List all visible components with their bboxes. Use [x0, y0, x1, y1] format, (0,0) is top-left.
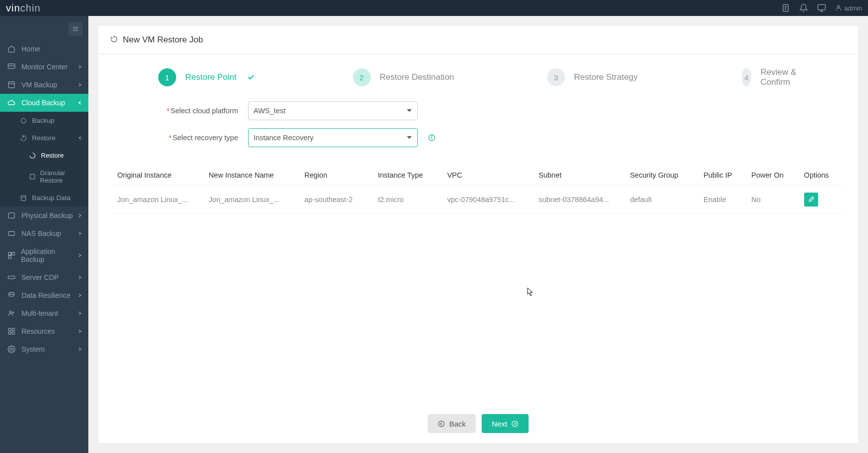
- step-4[interactable]: 4 Review & Confirm: [742, 67, 799, 87]
- step-label: Review & Confirm: [760, 67, 798, 87]
- nav-cb-restore-sub: Restore Granular Restore: [0, 147, 88, 189]
- th-region: Region: [300, 165, 374, 186]
- svg-rect-13: [8, 82, 14, 88]
- bell-icon[interactable]: [799, 3, 808, 12]
- cdp-icon: [7, 273, 16, 281]
- physical-icon: [7, 212, 16, 220]
- step-2[interactable]: 2 Restore Destination: [353, 68, 548, 86]
- cloud-icon: [7, 99, 16, 107]
- nav-physical[interactable]: Physical Backup: [0, 207, 88, 225]
- step-circle: 4: [742, 68, 752, 86]
- nav-cb-backup[interactable]: Backup: [0, 112, 88, 129]
- nav-home[interactable]: Home: [0, 40, 88, 58]
- next-button[interactable]: Next: [482, 414, 529, 433]
- table-header-row: Original Instance New Instance Name Regi…: [113, 165, 843, 186]
- step-circle: 1: [158, 68, 176, 86]
- nav-app[interactable]: Application Backup: [0, 242, 88, 268]
- form-area: *Select cloud platform AWS_test *Select …: [98, 97, 858, 165]
- row-recovery: *Select recovery type Instance Recovery: [158, 128, 798, 147]
- panel: New VM Restore Job 1 Restore Point 2 Res…: [98, 26, 858, 443]
- nav-label: System: [21, 345, 45, 353]
- svg-rect-28: [8, 332, 11, 334]
- brand-logo: vinchin: [6, 2, 40, 14]
- nav-cb-granular[interactable]: Granular Restore: [0, 164, 88, 189]
- svg-point-16: [21, 195, 25, 197]
- nav-resilience[interactable]: Data Resilience: [0, 286, 88, 304]
- svg-rect-27: [12, 328, 14, 331]
- nav-multitenant[interactable]: Multi-tenant: [0, 304, 88, 322]
- svg-rect-15: [30, 174, 34, 179]
- edit-row-button[interactable]: [804, 193, 818, 207]
- step-3[interactable]: 3 Restore Strategy: [547, 68, 742, 86]
- cell-power: No: [747, 186, 800, 214]
- chevron-icon: [77, 81, 82, 89]
- user-menu[interactable]: admin: [835, 4, 862, 12]
- nav-label: Multi-tenant: [21, 309, 58, 317]
- nav-label: Backup: [32, 117, 54, 124]
- sidebar: Home Monitor Center VM Backup Cloud Back…: [0, 16, 88, 453]
- nav-label: Application Backup: [21, 247, 77, 263]
- cell-newname: Jon_amazon Linux_...: [205, 186, 300, 214]
- nav-nas[interactable]: NAS Backup: [0, 225, 88, 242]
- step-1[interactable]: 1 Restore Point: [158, 68, 353, 86]
- svg-rect-17: [8, 213, 14, 219]
- nav-vmbackup[interactable]: VM Backup: [0, 76, 88, 94]
- circle-icon: [20, 117, 28, 124]
- recovery-select[interactable]: Instance Recovery: [248, 128, 418, 147]
- cell-sg: default: [626, 186, 699, 214]
- wizard-steps: 1 Restore Point 2 Restore Destination 3 …: [98, 54, 858, 97]
- nav-cb-backupdata[interactable]: Backup Data: [0, 189, 88, 207]
- svg-point-24: [9, 311, 11, 313]
- restore-icon: [20, 135, 28, 142]
- chevron-icon: [77, 291, 82, 299]
- th-itype: Instance Type: [374, 165, 443, 186]
- home-icon: [7, 45, 16, 53]
- chevron-icon: [77, 273, 82, 281]
- nav: Home Monitor Center VM Backup Cloud Back…: [0, 16, 88, 358]
- nas-icon: [7, 229, 16, 237]
- chevron-icon: [77, 327, 82, 335]
- info-icon[interactable]: [428, 134, 436, 142]
- page-title: New VM Restore Job: [123, 35, 203, 45]
- svg-point-7: [837, 5, 840, 8]
- clipboard-icon[interactable]: [781, 3, 790, 12]
- back-button[interactable]: Back: [428, 414, 476, 433]
- nav-monitor[interactable]: Monitor Center: [0, 58, 88, 76]
- nav-cloudbackup[interactable]: Cloud Backup: [0, 94, 88, 112]
- nav-label: Server CDP: [21, 273, 59, 281]
- cell-subnet: subnet-0378864a94...: [535, 186, 626, 214]
- svg-point-25: [12, 312, 14, 313]
- nav-system[interactable]: System: [0, 340, 88, 358]
- restore-icon: [29, 152, 37, 159]
- refresh-icon[interactable]: [110, 35, 118, 45]
- wizard-footer: Back Next: [98, 404, 858, 443]
- monitor-icon[interactable]: [817, 3, 826, 12]
- step-label: Restore Point: [185, 72, 237, 82]
- th-pip: Public IP: [700, 165, 748, 186]
- nav-label: Data Resilience: [21, 291, 70, 299]
- platform-select[interactable]: AWS_test: [248, 101, 418, 120]
- chevron-icon: [76, 136, 84, 141]
- vmbackup-icon: [7, 81, 16, 89]
- nav-cb-restore[interactable]: Restore: [0, 129, 88, 147]
- th-subnet: Subnet: [535, 165, 626, 186]
- nav-label: Cloud Backup: [21, 99, 65, 107]
- sidebar-toggle[interactable]: [68, 22, 82, 36]
- th-power: Power On: [747, 165, 800, 186]
- granular-icon: [29, 173, 36, 180]
- nav-cb-restore-item[interactable]: Restore: [0, 147, 88, 164]
- check-icon: [248, 73, 255, 82]
- nav-cdp[interactable]: Server CDP: [0, 268, 88, 286]
- app-icon: [7, 251, 16, 259]
- chevron-icon: [77, 345, 82, 353]
- instance-table: Original Instance New Instance Name Regi…: [98, 165, 858, 214]
- nav-resources[interactable]: Resources: [0, 322, 88, 340]
- nav-label: Resources: [21, 327, 55, 335]
- data-icon: [20, 195, 28, 202]
- th-newname: New Instance Name: [205, 165, 300, 186]
- nav-label: Physical Backup: [21, 212, 73, 220]
- user-name: admin: [845, 4, 862, 12]
- nav-label: Restore: [41, 152, 64, 159]
- cell-region: ap-southeast-2: [300, 186, 374, 214]
- svg-rect-26: [8, 328, 11, 331]
